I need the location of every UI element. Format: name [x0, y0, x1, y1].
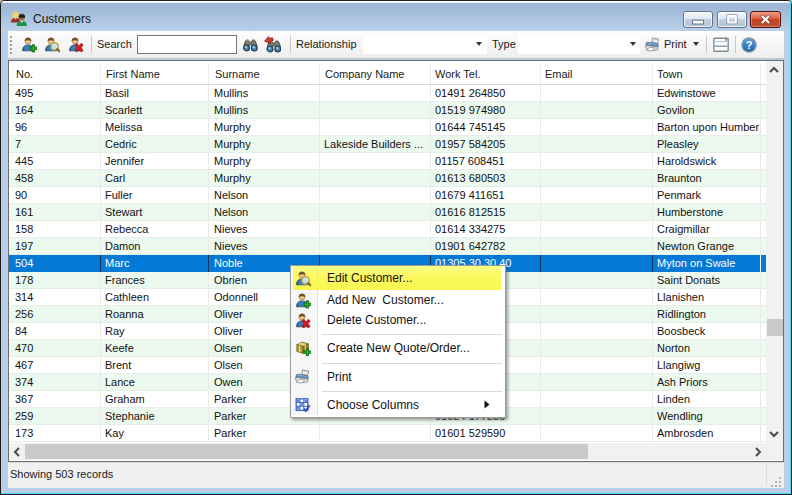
svg-text:?: ?: [746, 39, 753, 51]
